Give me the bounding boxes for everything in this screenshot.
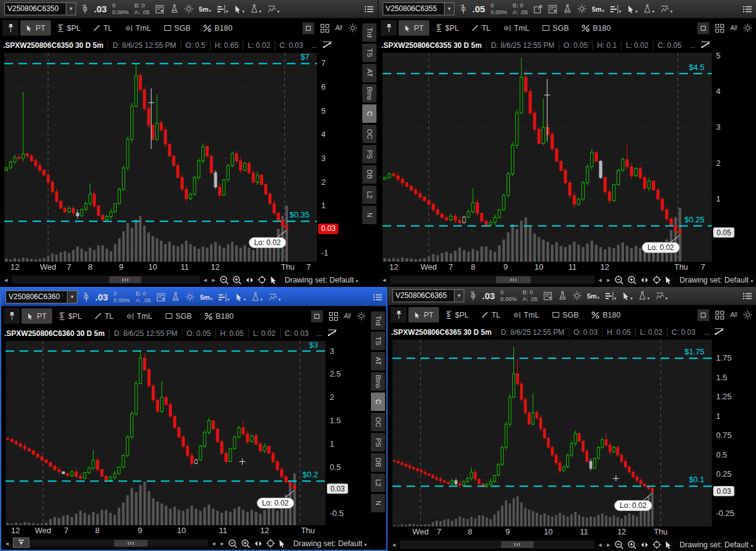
chart-plot-area[interactable]: $1.75$0.1 Lo: 0.02 <box>392 340 712 526</box>
tool-sgb[interactable]: SGB <box>537 20 574 36</box>
pattern-icon[interactable]: ▾ <box>268 293 281 302</box>
header-more[interactable]: ... <box>699 328 713 337</box>
settings-gear-icon[interactable] <box>185 292 195 302</box>
gadget-tab-ps[interactable]: PS <box>362 145 376 163</box>
chart-plot-area[interactable]: $4.5$0.25 Lo: 0.02 <box>383 53 712 262</box>
symbol-input[interactable]: V250806C6365 <box>392 289 454 302</box>
tool-b180[interactable]: B180 <box>198 20 238 36</box>
gadget-tab-ps[interactable]: PS <box>371 433 385 451</box>
zoom-in-icon[interactable] <box>241 539 251 549</box>
zoom-out-icon[interactable] <box>228 539 238 549</box>
tool-trendline[interactable]: TL <box>89 308 119 324</box>
tool-pointer-pt[interactable]: PT <box>20 20 51 36</box>
tool-b180[interactable]: B180 <box>199 308 239 324</box>
studies-flask-icon[interactable] <box>563 4 572 14</box>
zoom-out-icon[interactable] <box>614 540 624 550</box>
time-axis[interactable]: 12Wed789101112Thu <box>6 525 325 537</box>
chart-settings-gear-icon[interactable] <box>743 310 752 319</box>
chart-plot-area[interactable]: $3$0.2 Lo: 0.02 <box>6 341 325 525</box>
time-axis[interactable]: Wed789101112Thu <box>392 526 712 538</box>
gadget-tab-c[interactable]: C <box>371 393 385 411</box>
timeframe-dropdown[interactable]: 5m▾ <box>199 6 211 13</box>
header-more[interactable]: ... <box>313 329 326 338</box>
all-button[interactable]: All <box>730 25 737 31</box>
gadget-tab-trd[interactable]: Trd <box>362 23 376 42</box>
zoom-in-icon[interactable] <box>232 275 242 285</box>
scroll-left-icon[interactable]: ◄ <box>391 542 397 548</box>
gadget-tab-oc[interactable]: OC <box>371 413 385 431</box>
horizontal-expand-icon[interactable] <box>640 541 649 549</box>
strategies-flask-icon[interactable]: ▾ <box>638 291 650 300</box>
crosshair-target-icon[interactable] <box>266 539 275 548</box>
scroll-left-icon[interactable]: ◄ <box>381 277 387 283</box>
all-button[interactable]: All <box>344 313 351 319</box>
gadget-tab-btns[interactable]: Btns <box>371 372 385 391</box>
tool-b180[interactable]: B180 <box>576 20 616 36</box>
studies-flask-icon[interactable] <box>171 292 180 302</box>
settings-gear-icon[interactable] <box>572 291 582 300</box>
time-axis[interactable]: 12Wed789101112Thu7 <box>383 262 712 273</box>
tool-sgb[interactable]: SGB <box>158 20 196 36</box>
tool-timeline[interactable]: TmL <box>498 20 535 36</box>
tool-dollar-pl[interactable]: $ $PL <box>54 308 87 324</box>
symbol-dropdown-button[interactable]: ▼ <box>67 291 77 303</box>
news-icon[interactable] <box>544 292 553 300</box>
symbol-input[interactable]: V250806C6360 <box>6 291 67 303</box>
chart-scrollbar[interactable] <box>400 541 594 549</box>
pan-right-icon[interactable]: ► <box>211 277 217 283</box>
crosshair-target-icon[interactable] <box>652 275 661 284</box>
horizontal-expand-icon[interactable] <box>254 540 263 547</box>
volume-profile-icon[interactable]: ▾ <box>605 292 617 300</box>
tool-pointer-pt[interactable]: PT <box>408 307 439 322</box>
scrollbar-thumb[interactable] <box>109 276 141 283</box>
gadget-tab-ts[interactable]: TS <box>371 332 385 350</box>
pan-right-icon[interactable]: ► <box>606 277 612 283</box>
gadget-tab-trd[interactable]: Trd <box>371 311 385 330</box>
drawing-set-selector[interactable]: Drawing set: Default ▾ <box>679 541 753 549</box>
tool-timeline[interactable]: TmL <box>508 307 545 322</box>
panel-menu-icon[interactable] <box>373 294 382 301</box>
pan-right-icon[interactable]: ► <box>220 541 225 547</box>
symbol-dropdown-button[interactable]: ▼ <box>454 289 464 302</box>
single-chart-button[interactable] <box>697 309 709 321</box>
chart-settings-gear-icon[interactable] <box>743 23 752 33</box>
tool-sgb[interactable]: SGB <box>547 307 584 322</box>
drawing-set-selector[interactable]: Drawing set: Default ▾ <box>293 539 367 548</box>
zoom-in-icon[interactable] <box>627 275 637 285</box>
share-icon[interactable] <box>534 5 543 14</box>
crosshair-target-icon[interactable] <box>257 275 267 284</box>
pointer-mode-icon[interactable] <box>664 541 672 549</box>
gadget-tab-db[interactable]: DB <box>371 453 385 472</box>
gadget-tab-n[interactable]: N <box>362 206 376 224</box>
price-axis[interactable]: -0.250.250.50.7511.251.51.750.03 <box>712 340 756 526</box>
strategies-flask-icon[interactable]: ▾ <box>251 292 263 302</box>
cursor-tool-icon[interactable]: ▾ <box>622 292 633 300</box>
gadget-tab-l2[interactable]: L2 <box>371 474 385 492</box>
panel-menu-icon[interactable] <box>743 6 752 13</box>
scroll-left-icon[interactable]: ◄ <box>3 277 9 283</box>
single-chart-button[interactable] <box>302 22 314 34</box>
chart-scrollbar[interactable] <box>390 276 594 284</box>
grid-layout-icon[interactable] <box>321 24 329 33</box>
tool-sgb[interactable]: SGB <box>160 308 197 324</box>
pan-left-icon[interactable]: ◄ <box>598 277 603 283</box>
gadget-tab-at[interactable]: AT <box>362 64 376 82</box>
tool-pointer-pt[interactable]: PT <box>399 20 429 36</box>
strategies-flask-icon[interactable]: ▾ <box>643 4 655 14</box>
tool-dollar-pl[interactable]: $ $PL <box>53 20 86 36</box>
volume-profile-icon[interactable]: ▾ <box>218 293 230 302</box>
zoom-out-icon[interactable] <box>219 275 229 285</box>
volume-profile-icon[interactable]: ▾ <box>610 5 622 14</box>
gadget-tab-oc[interactable]: OC <box>362 125 376 143</box>
gadget-tab-l2[interactable]: L2 <box>362 186 376 204</box>
symbol-dropdown-button[interactable]: ▼ <box>66 2 76 15</box>
strategies-flask-icon[interactable]: ▾ <box>250 4 262 14</box>
studies-flask-icon[interactable] <box>558 291 567 300</box>
pin-toolbar-button[interactable] <box>2 20 18 36</box>
symbol-input[interactable]: V250806C6355 <box>383 2 444 15</box>
gadget-tab-at[interactable]: AT <box>371 352 385 370</box>
grid-layout-icon[interactable] <box>329 312 338 321</box>
pattern-icon[interactable]: ▾ <box>660 5 673 14</box>
news-icon[interactable] <box>157 293 166 302</box>
chart-scrollbar[interactable] <box>12 276 200 284</box>
